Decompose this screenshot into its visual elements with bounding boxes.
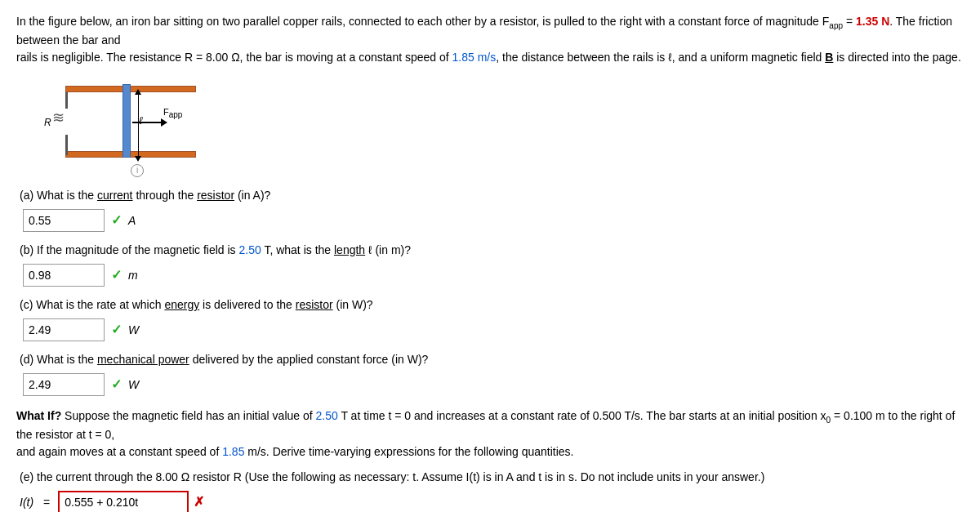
part-e-input[interactable] bbox=[58, 491, 189, 512]
resistor-label: R bbox=[44, 117, 51, 128]
part-c-input[interactable] bbox=[23, 318, 105, 341]
figure-area: ≋ R ℓ Fapp i bbox=[41, 78, 964, 176]
rail-bottom bbox=[65, 151, 196, 158]
part-e: (e) the current through the 8.00 Ω resis… bbox=[16, 469, 964, 512]
part-a-check-icon: ✓ bbox=[111, 212, 122, 228]
part-e-letter: (e) bbox=[20, 470, 33, 483]
part-d-input[interactable] bbox=[23, 373, 105, 396]
part-c-letter: (c) bbox=[20, 298, 33, 311]
intro-text-4: , the distance between the rails is ℓ, a… bbox=[496, 51, 961, 64]
part-c-unit: W bbox=[128, 323, 139, 336]
part-a-unit: A bbox=[128, 214, 136, 227]
part-d-question: What is the mechanical power delivered b… bbox=[37, 353, 428, 366]
part-b-letter: (b) bbox=[20, 243, 33, 256]
rail-top bbox=[65, 86, 196, 92]
fapp-value: 1.35 N bbox=[856, 15, 889, 28]
part-e-question: the current through the 8.00 Ω resistor … bbox=[37, 470, 764, 483]
intro-text-3: rails is negligible. The resistance R = … bbox=[16, 51, 452, 64]
wire-top-left bbox=[65, 92, 68, 109]
part-a: (a) What is the current through the resi… bbox=[16, 187, 964, 232]
part-d-letter: (d) bbox=[20, 353, 33, 366]
part-c-question: What is the rate at which energy is deli… bbox=[36, 298, 372, 311]
force-arrowhead bbox=[161, 118, 167, 127]
part-e-label: (e) the current through the 8.00 Ω resis… bbox=[20, 469, 964, 486]
part-b-unit: m bbox=[128, 269, 138, 282]
it-label: I(t) bbox=[20, 496, 33, 509]
part-c: (c) What is the rate at which energy is … bbox=[16, 296, 964, 341]
part-c-answer-row: ✓ W bbox=[23, 318, 964, 341]
arrow-down-icon bbox=[135, 156, 141, 162]
intro-text-1: In the figure below, an iron bar sitting… bbox=[16, 15, 856, 28]
wire-bottom-left bbox=[65, 135, 68, 155]
part-a-answer-row: ✓ A bbox=[23, 209, 964, 232]
part-b-input[interactable] bbox=[23, 264, 105, 287]
what-if-text: Suppose the magnetic field has an initia… bbox=[16, 409, 955, 441]
part-a-letter: (a) bbox=[20, 189, 33, 202]
force-line bbox=[132, 122, 161, 123]
part-d-answer-row: ✓ W bbox=[23, 373, 964, 396]
what-if-text-2: and again moves at a constant speed of 1… bbox=[16, 445, 573, 458]
figure-diagram: ≋ R ℓ Fapp i bbox=[41, 78, 220, 176]
iron-bar bbox=[122, 84, 131, 158]
part-b-label: (b) If the magnitude of the magnetic fie… bbox=[20, 242, 964, 259]
part-c-label: (c) What is the rate at which energy is … bbox=[20, 296, 964, 314]
directed-word: directed bbox=[848, 51, 889, 64]
problem-intro: In the figure below, an iron bar sitting… bbox=[16, 13, 964, 66]
force-arrow-container bbox=[132, 118, 167, 127]
what-if-section: What If? Suppose the magnetic field has … bbox=[16, 407, 964, 461]
part-d-unit: W bbox=[128, 378, 139, 391]
speed-value: 1.85 m/s bbox=[452, 51, 497, 64]
part-e-input-row: I(t) = ✗ bbox=[20, 491, 964, 512]
part-d-check-icon: ✓ bbox=[111, 376, 122, 392]
part-a-question: What is the current through the resistor… bbox=[37, 189, 270, 202]
part-e-wrong-icon: ✗ bbox=[194, 494, 204, 510]
part-b-answer-row: ✓ m bbox=[23, 264, 964, 287]
part-d: (d) What is the mechanical power deliver… bbox=[16, 351, 964, 396]
what-if-label: What If? bbox=[16, 409, 61, 422]
info-circle: i bbox=[131, 164, 144, 177]
equals-e: = bbox=[43, 496, 50, 509]
part-b: (b) If the magnitude of the magnetic fie… bbox=[16, 242, 964, 287]
part-b-question: If the magnitude of the magnetic field i… bbox=[37, 243, 411, 256]
force-label: Fapp bbox=[163, 107, 182, 119]
part-c-check-icon: ✓ bbox=[111, 322, 122, 337]
part-b-check-icon: ✓ bbox=[111, 267, 122, 283]
part-d-label: (d) What is the mechanical power deliver… bbox=[20, 351, 964, 368]
part-a-input[interactable] bbox=[23, 209, 105, 232]
part-a-label: (a) What is the current through the resi… bbox=[20, 187, 964, 204]
resistor-symbol: ≋ bbox=[52, 109, 65, 127]
arrow-up-icon bbox=[135, 89, 141, 95]
